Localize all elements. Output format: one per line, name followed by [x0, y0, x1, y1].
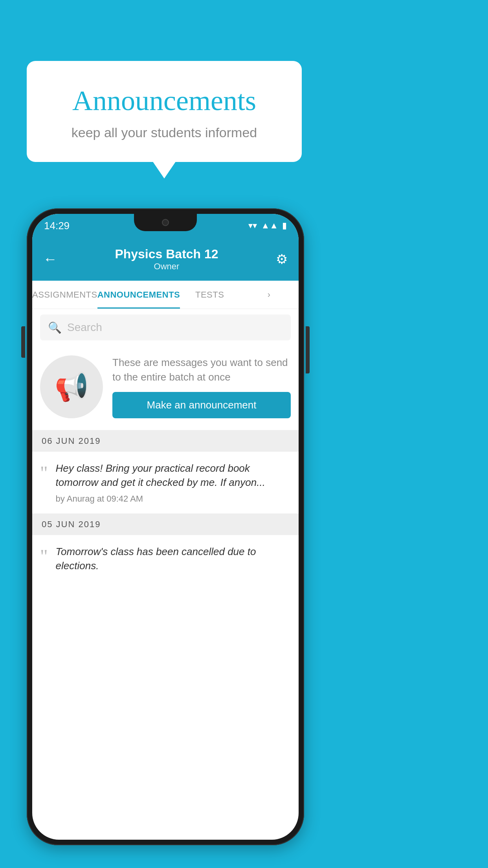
announcement-content-2: Tomorrow's class has been cancelled due …: [56, 544, 291, 577]
search-bar[interactable]: 🔍 Search: [40, 314, 291, 340]
search-input[interactable]: Search: [67, 321, 102, 334]
header-title-section: Physics Batch 12 Owner: [115, 247, 218, 272]
bubble-subtitle: keep all your students informed: [46, 125, 282, 140]
phone-outer: 14:29 ▾▾ ▲▲ ▮ ← Physics Batch 12 Owner ⚙: [27, 208, 304, 845]
signal-icon: ▲▲: [261, 221, 278, 231]
tab-assignments[interactable]: ASSIGNMENTS: [32, 281, 97, 309]
status-icons: ▾▾ ▲▲ ▮: [248, 221, 287, 231]
announcement-text-1: Hey class! Bring your practical record b…: [56, 461, 291, 490]
promo-section: 📢 These are messages you want to send to…: [32, 346, 299, 430]
speech-bubble: Announcements keep all your students inf…: [27, 61, 302, 162]
make-announcement-button[interactable]: Make an announcement: [112, 392, 291, 418]
app-header: ← Physics Batch 12 Owner ⚙: [32, 237, 299, 281]
header-title: Physics Batch 12: [115, 247, 218, 261]
announcement-meta-1: by Anurag at 09:42 AM: [56, 494, 291, 504]
announcement-text-2: Tomorrow's class has been cancelled due …: [56, 544, 291, 573]
bubble-title: Announcements: [46, 85, 282, 117]
search-icon: 🔍: [48, 321, 62, 334]
tab-tests[interactable]: TESTS: [180, 281, 239, 309]
settings-icon[interactable]: ⚙: [276, 251, 288, 267]
search-container: 🔍 Search: [32, 309, 299, 346]
front-camera: [162, 219, 169, 226]
promo-description: These are messages you want to send to t…: [112, 355, 291, 384]
header-subtitle: Owner: [115, 261, 218, 272]
battery-icon: ▮: [282, 221, 287, 231]
megaphone-icon: 📢: [55, 371, 89, 403]
phone-screen: 14:29 ▾▾ ▲▲ ▮ ← Physics Batch 12 Owner ⚙: [32, 214, 299, 840]
quote-icon-1: ": [40, 463, 48, 482]
back-button[interactable]: ←: [43, 251, 57, 267]
date-separator-1: 06 JUN 2019: [32, 430, 299, 452]
tab-more[interactable]: ›: [239, 281, 299, 309]
promo-icon-circle: 📢: [40, 355, 103, 418]
speech-bubble-container: Announcements keep all your students inf…: [27, 61, 302, 162]
quote-icon-2: ": [40, 547, 48, 566]
announcement-content-1: Hey class! Bring your practical record b…: [56, 461, 291, 504]
announcement-item-1[interactable]: " Hey class! Bring your practical record…: [32, 452, 299, 514]
tabs-bar: ASSIGNMENTS ANNOUNCEMENTS TESTS ›: [32, 281, 299, 309]
status-time: 14:29: [44, 220, 70, 232]
tab-announcements[interactable]: ANNOUNCEMENTS: [97, 281, 180, 309]
phone-notch: [134, 214, 197, 231]
phone-mockup: 14:29 ▾▾ ▲▲ ▮ ← Physics Batch 12 Owner ⚙: [27, 208, 304, 845]
date-separator-2: 05 JUN 2019: [32, 514, 299, 535]
announcement-item-2[interactable]: " Tomorrow's class has been cancelled du…: [32, 535, 299, 587]
wifi-icon: ▾▾: [248, 221, 257, 231]
promo-right: These are messages you want to send to t…: [112, 355, 291, 418]
